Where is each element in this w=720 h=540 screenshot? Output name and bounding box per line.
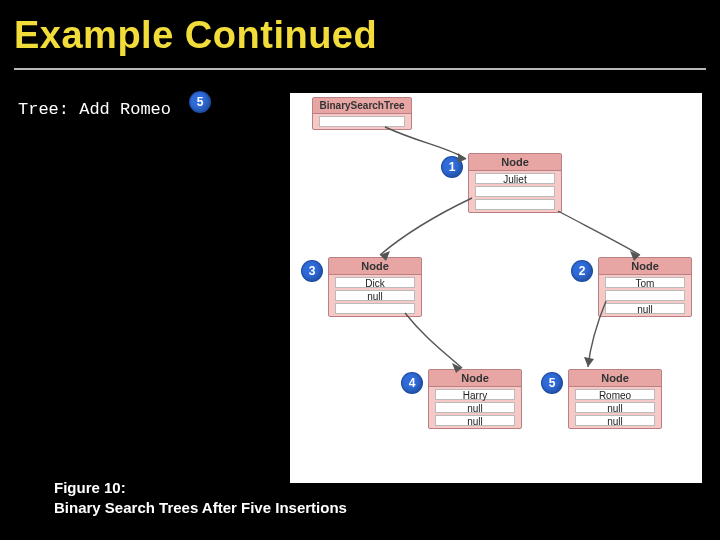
slide-title: Example Continued (14, 14, 377, 57)
callout-5b-icon: 5 (542, 373, 562, 393)
node-juliet-left (475, 186, 555, 197)
node-juliet-header: Node (469, 154, 561, 171)
node-root: BinarySearchTree (312, 97, 412, 130)
node-tom-right: null (605, 303, 685, 314)
node-dick-header: Node (329, 258, 421, 275)
node-juliet: Node Juliet (468, 153, 562, 213)
node-harry-left: null (435, 402, 515, 413)
node-dick-right (335, 303, 415, 314)
node-juliet-right (475, 199, 555, 210)
node-dick: Node Dick null (328, 257, 422, 317)
node-tom-value: Tom (605, 277, 685, 288)
figure-caption-line1: Figure 10: (54, 478, 347, 498)
node-tom: Node Tom null (598, 257, 692, 317)
svg-marker-4 (584, 357, 594, 367)
callout-1-icon: 1 (442, 157, 462, 177)
node-harry: Node Harry null null (428, 369, 522, 429)
node-harry-header: Node (429, 370, 521, 387)
tree-add-label: Tree: Add Romeo (18, 100, 171, 119)
bst-diagram: BinarySearchTree 1 Node Juliet 3 Node Di… (290, 93, 702, 483)
callout-5-icon: 5 (190, 92, 210, 112)
node-tom-left (605, 290, 685, 301)
figure-caption: Figure 10: Binary Search Trees After Fiv… (54, 478, 347, 519)
node-romeo-header: Node (569, 370, 661, 387)
callout-2-icon: 2 (572, 261, 592, 281)
node-root-header: BinarySearchTree (313, 98, 411, 114)
node-harry-right: null (435, 415, 515, 426)
node-tom-header: Node (599, 258, 691, 275)
node-dick-value: Dick (335, 277, 415, 288)
node-romeo: Node Romeo null null (568, 369, 662, 429)
node-root-rootfield (319, 116, 405, 127)
figure-caption-line2: Binary Search Trees After Five Insertion… (54, 498, 347, 518)
node-juliet-value: Juliet (475, 173, 555, 184)
node-dick-left: null (335, 290, 415, 301)
node-romeo-left: null (575, 402, 655, 413)
callout-4-icon: 4 (402, 373, 422, 393)
node-romeo-right: null (575, 415, 655, 426)
title-underline (14, 68, 706, 70)
node-harry-value: Harry (435, 389, 515, 400)
callout-3-icon: 3 (302, 261, 322, 281)
node-romeo-value: Romeo (575, 389, 655, 400)
slide: Example Continued Tree: Add Romeo 5 Bina… (0, 0, 720, 540)
